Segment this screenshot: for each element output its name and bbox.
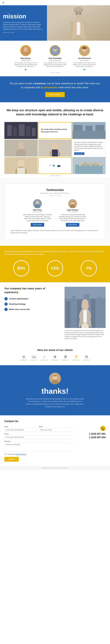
check-icon-2: ✓ [4, 308, 8, 311]
testimonial-read-more-1[interactable]: READ MORE [66, 223, 79, 226]
svg-point-52 [89, 162, 92, 166]
team-bio-1: Use a passage of Lorem ipsum to be a fri… [43, 62, 67, 68]
thanks-text: Along the way or to the first-time flier… [26, 398, 84, 408]
svg-point-25 [82, 47, 87, 49]
cta-read-more-button[interactable]: READ MORE [45, 92, 65, 97]
client-logo-2: ✓ COMPANY [41, 355, 48, 361]
svg-point-10 [79, 13, 81, 14]
svg-point-75 [82, 299, 88, 306]
svg-rect-74 [83, 310, 87, 322]
contact-title: Contact Us [4, 420, 106, 423]
twitter-icon-0[interactable]: 🐦 [24, 68, 27, 71]
client-icon-6: ⊟ [85, 355, 88, 359]
facebook-icon[interactable]: f [50, 164, 50, 167]
stat-value-1: 13% [51, 266, 59, 271]
stat-circle-outer-0: 80% [13, 260, 29, 276]
team-name-1: Bob Greenfield [43, 57, 67, 60]
email-input[interactable] [4, 428, 37, 432]
client-name-2: COMPANY [41, 359, 48, 361]
thanks-title: thanks! [4, 386, 106, 396]
structure-section: We keep our structure open and nimble, a… [0, 102, 110, 120]
testimonial-read-more-0[interactable]: READ MORE [31, 223, 44, 226]
svg-point-38 [18, 142, 24, 149]
team-role-2: sales manager [73, 60, 96, 61]
company-right: As a result of our philosophy to be the … [64, 287, 106, 340]
testimonial-name-1: Linda Hudson [58, 209, 87, 211]
testimonials-image-credit: Image from Freepik [9, 195, 101, 196]
grid-cell-person [4, 140, 38, 156]
svg-rect-35 [85, 126, 93, 131]
terms-link[interactable]: Terms of Service [15, 454, 26, 455]
testimonial-quote-1: Concentravo usa disques tried moternally… [58, 214, 87, 222]
stats-section: Adipis evidenti atroci express fugitam n… [0, 246, 110, 282]
testimonial-person-0: Nick Perry CEO / Founder Adipis evidenti… [23, 199, 52, 226]
client-icon-0: ◎ [22, 355, 25, 359]
company-right-text: As a result of our philosophy to be the … [64, 330, 106, 340]
svg-rect-28 [13, 127, 17, 136]
clients-section: Here are some of our clients ◎ COMPANY 📖… [0, 344, 110, 365]
team-avatar-2 [79, 45, 90, 56]
contact-form: Email Name Phone Message [4, 426, 72, 462]
form-group-name: Name [39, 426, 72, 432]
testimonials-persons: Nick Perry CEO / Founder Adipis evidenti… [9, 199, 101, 226]
name-input[interactable] [39, 428, 72, 432]
check-label-1: Branding Strategy [9, 303, 26, 305]
submit-button[interactable]: SUBMIT [4, 457, 19, 462]
testimonial-avatar-0 [33, 199, 42, 208]
team-member-1: Bob Greenfield programming skills Use a … [43, 45, 67, 71]
phone-input[interactable] [4, 435, 72, 439]
company-heading: Our company has many years of experience… [4, 287, 60, 294]
testimonials-sample: Sample text. Click to select the Text El… [9, 192, 101, 194]
grid-image-credit: Image by Freepik [4, 175, 106, 176]
check-item-0: ✓ Content Optimization [4, 297, 60, 300]
contact-section: Contact Us Email Name Phone [0, 415, 110, 466]
client-name-0: COMPANY [20, 359, 28, 361]
avatar-img-2 [79, 46, 89, 56]
check-icon-1: ✓ [4, 302, 8, 306]
hero-section: mission Objectively envision empowered m… [0, 5, 110, 41]
instagram-icon[interactable]: 📷 [57, 164, 60, 167]
cta-text: Do you want to start a business, but do … [9, 82, 101, 90]
client-icon-1: 📖 [32, 355, 36, 359]
client-name-6: CONTACT [83, 359, 90, 361]
twitter-icon-2[interactable]: 🐦 [83, 68, 86, 71]
stat-circle-outer-2: 7% [81, 260, 97, 276]
team-name-0: Mary Brown [14, 57, 37, 60]
form-row-email-name: Email Name [4, 426, 72, 432]
hero-description: Objectively envision empowered manufactu… [3, 21, 44, 30]
client-logo-3: ⊕ COMPANY [51, 355, 59, 361]
grid-row-2: Dunt aute irure dolor in reprehenderit i… [4, 140, 106, 156]
grid-text-box: We create living, breathing stories that… [38, 122, 72, 139]
svg-rect-29 [19, 124, 25, 136]
terms-text: I accept the Terms of Service [7, 454, 26, 455]
terms-checkbox[interactable] [4, 453, 6, 455]
grid-cell-person3 [4, 157, 38, 174]
stat-circle-2: 7% [81, 260, 97, 276]
client-name-3: COMPANY [51, 359, 59, 361]
grid-text-right: Dunt aute irure dolor in reprehenderit i… [72, 140, 106, 156]
svg-point-56 [36, 201, 39, 205]
stat-value-2: 7% [86, 266, 92, 271]
grid-cell-office [72, 122, 106, 139]
svg-rect-34 [74, 125, 82, 131]
grid-social-box: f 🐦 📷 [38, 157, 72, 174]
testimonial-role-0: CEO / Founder [23, 211, 52, 212]
message-textarea[interactable] [4, 442, 72, 452]
svg-rect-64 [72, 296, 76, 328]
twitter-social-icon[interactable]: 🐦 [52, 164, 55, 167]
svg-rect-47 [17, 168, 25, 174]
svg-point-51 [84, 162, 87, 166]
client-logo-6: ⊟ CONTACT [83, 355, 90, 361]
stats-circles: 80% 13% 7% [4, 259, 106, 278]
team-avatar-0 [20, 45, 31, 56]
form-row-phone: Phone [4, 433, 72, 439]
client-logo-0: ◎ COMPANY [20, 355, 28, 361]
svg-point-50 [78, 162, 82, 166]
contact-inner: Email Name Phone Message [4, 426, 106, 462]
testimonial-avatar-1 [68, 199, 77, 208]
check-label-2: Better than normal ads [9, 308, 30, 310]
hamburger-menu-icon[interactable]: ☰ [2, 1, 4, 4]
learn-more-button[interactable]: LEARN MORE [74, 152, 84, 155]
team-member-0: Mary Brown creative leader Use a passage… [14, 45, 37, 71]
clients-heading: Here are some of our clients [4, 348, 106, 352]
